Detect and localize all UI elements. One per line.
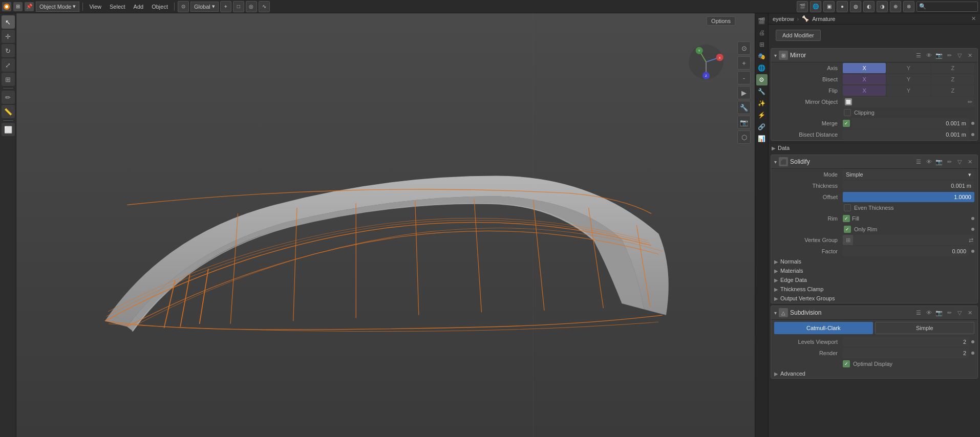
solidify-expand-icon[interactable]: ▽ bbox=[955, 157, 964, 166]
particles-properties-icon[interactable]: ✨ bbox=[756, 98, 768, 109]
viewport[interactable]: User Perspective (1) Char | eyebrow bbox=[16, 13, 755, 437]
shading-rendered-icon[interactable]: ◐ bbox=[863, 1, 875, 12]
toggle-toolbar-btn[interactable]: 🔧 bbox=[737, 101, 751, 114]
pin-icon[interactable]: 📌 bbox=[25, 2, 34, 11]
modifier-properties-icon[interactable]: 🔧 bbox=[756, 86, 768, 97]
object-mode-selector[interactable]: Object Mode ▾ bbox=[36, 2, 79, 12]
shading-material-icon[interactable]: ◍ bbox=[850, 1, 861, 12]
output-properties-icon[interactable]: 🖨 bbox=[756, 27, 768, 38]
factor-dot[interactable] bbox=[971, 250, 974, 253]
annotate-tool-btn[interactable]: ✏ bbox=[2, 91, 15, 104]
scale-tool-btn[interactable]: ⤢ bbox=[2, 58, 15, 72]
camera-btn[interactable]: 📷 bbox=[737, 116, 751, 129]
flip-y-btn[interactable]: Y bbox=[887, 85, 930, 96]
only-rim-dot[interactable] bbox=[971, 228, 974, 231]
axis-x-btn[interactable]: X bbox=[843, 63, 886, 73]
add-modifier-btn[interactable]: Add Modifier bbox=[776, 30, 821, 41]
thickness-clamp-section-header[interactable]: ▶ Thickness Clamp bbox=[771, 285, 977, 294]
render-icon[interactable]: 📷 bbox=[934, 51, 944, 60]
nav-gizmo[interactable]: X Y Z bbox=[686, 41, 727, 82]
overlay-icon[interactable]: ⊕ bbox=[890, 1, 901, 12]
merge-checkbox[interactable]: ✓ bbox=[843, 120, 850, 127]
flip-z-btn[interactable]: Z bbox=[931, 85, 974, 96]
shading-eevee-icon[interactable]: ◑ bbox=[877, 1, 888, 12]
solidify-filter-icon[interactable]: ☰ bbox=[914, 157, 923, 166]
axis-y-btn[interactable]: Y bbox=[887, 63, 930, 73]
expand-icon[interactable]: ▽ bbox=[955, 51, 964, 60]
vertex-group-arrows[interactable]: ⇄ bbox=[969, 237, 974, 244]
options-btn[interactable]: Options bbox=[707, 16, 735, 26]
toggle-sidebar-btn[interactable]: ▶ bbox=[737, 86, 751, 99]
bisect-z-btn[interactable]: Z bbox=[931, 74, 974, 84]
bisect-y-btn[interactable]: Y bbox=[887, 74, 930, 84]
rotate-tool-btn[interactable]: ↻ bbox=[2, 44, 15, 57]
edge-data-section-header[interactable]: ▶ Edge Data bbox=[771, 275, 977, 285]
world-properties-icon[interactable]: 🌐 bbox=[756, 62, 768, 74]
scene-icon[interactable]: 🎬 bbox=[797, 1, 808, 12]
only-rim-checkbox[interactable]: ✓ bbox=[844, 226, 851, 233]
add-cube-tool-btn[interactable]: ⬜ bbox=[2, 123, 15, 136]
catmull-clark-btn[interactable]: Catmull-Clark bbox=[774, 322, 873, 334]
menu-object[interactable]: Object bbox=[148, 3, 171, 11]
snap-target-icon[interactable]: □ bbox=[233, 1, 244, 12]
menu-select[interactable]: Select bbox=[106, 3, 129, 11]
transform-pivot-icon[interactable]: ⊙ bbox=[178, 1, 189, 12]
levels-viewport-dot[interactable] bbox=[971, 340, 974, 343]
merge-dot[interactable] bbox=[971, 122, 974, 125]
wave-icon[interactable]: ∿ bbox=[259, 1, 270, 12]
data-section-header[interactable]: ▶ Data bbox=[769, 143, 980, 152]
optimal-display-checkbox[interactable]: ✓ bbox=[843, 360, 850, 367]
menu-view[interactable]: View bbox=[86, 3, 104, 11]
subd-realtime-icon[interactable]: 👁 bbox=[924, 308, 933, 317]
view-layer-properties-icon[interactable]: ⊞ bbox=[756, 39, 768, 50]
even-thickness-checkbox[interactable] bbox=[844, 204, 851, 211]
subd-expand-icon[interactable]: ▽ bbox=[955, 308, 964, 317]
simple-btn[interactable]: Simple bbox=[875, 322, 975, 334]
xray-icon[interactable]: ⊗ bbox=[903, 1, 914, 12]
close-modifier-icon[interactable]: ✕ bbox=[965, 51, 974, 60]
scene-properties-icon[interactable]: 🎭 bbox=[756, 51, 768, 62]
menu-add[interactable]: Add bbox=[131, 3, 147, 11]
object-properties-icon[interactable]: ⚙ bbox=[756, 74, 768, 85]
bisect-x-btn[interactable]: X bbox=[843, 74, 886, 84]
materials-section-header[interactable]: ▶ Materials bbox=[771, 266, 977, 275]
object-properties-icon[interactable]: ▣ bbox=[823, 1, 835, 12]
subd-close-icon[interactable]: ✕ bbox=[965, 308, 974, 317]
vertex-group-field[interactable]: ⊞ ⇄ bbox=[843, 235, 974, 245]
search-bar[interactable]: 🔍 bbox=[917, 2, 978, 12]
solidify-close-icon[interactable]: ✕ bbox=[965, 157, 974, 166]
close-breadcrumb-icon[interactable]: ✕ bbox=[971, 15, 976, 22]
solidify-thickness-field[interactable]: 0.001 m bbox=[843, 181, 974, 191]
render-properties-icon[interactable]: 🎬 bbox=[756, 15, 768, 27]
realtime-icon[interactable]: 👁 bbox=[924, 51, 933, 60]
world-icon[interactable]: 🌐 bbox=[810, 1, 821, 12]
edit-mode-icon[interactable]: ✏ bbox=[945, 51, 954, 60]
mirror-object-field[interactable]: ⬜ ✏ bbox=[843, 97, 974, 107]
clipping-checkbox[interactable] bbox=[844, 109, 851, 116]
shading-solid-icon[interactable]: ● bbox=[837, 1, 848, 12]
levels-viewport-field[interactable]: 2 bbox=[843, 337, 969, 347]
subd-edit-icon[interactable]: ✏ bbox=[945, 308, 954, 317]
edit-mirror-object-icon[interactable]: ✏ bbox=[968, 99, 972, 105]
solidify-edit-icon[interactable]: ✏ bbox=[945, 157, 954, 166]
transform-tool-btn[interactable]: ⊞ bbox=[2, 73, 15, 86]
merge-value-field[interactable]: 0.001 m bbox=[852, 118, 969, 128]
axis-z-btn[interactable]: Z bbox=[931, 63, 974, 73]
flip-x-btn[interactable]: X bbox=[843, 85, 886, 96]
shading-btn[interactable]: ⬡ bbox=[737, 130, 751, 144]
zoom-out-btn[interactable]: - bbox=[737, 71, 751, 84]
solidify-offset-field[interactable]: 1.0000 bbox=[843, 192, 974, 202]
output-vertex-groups-section-header[interactable]: ▶ Output Vertex Groups bbox=[771, 294, 977, 303]
zoom-in-btn[interactable]: + bbox=[737, 56, 751, 70]
constraints-properties-icon[interactable]: 🔗 bbox=[756, 121, 768, 133]
bisect-dist-dot[interactable] bbox=[971, 133, 974, 136]
factor-field[interactable]: 0.000 bbox=[843, 246, 969, 256]
subd-filter-icon[interactable]: ☰ bbox=[914, 308, 923, 317]
fill-checkbox[interactable]: ✓ bbox=[843, 215, 850, 222]
advanced-section-header[interactable]: ▶ Advanced bbox=[771, 369, 977, 378]
physics-properties-icon[interactable]: ⚡ bbox=[756, 110, 768, 121]
rim-dot[interactable] bbox=[971, 217, 974, 220]
editor-type-icon[interactable]: ⊞ bbox=[13, 2, 23, 11]
bisect-distance-field[interactable]: 0.001 m bbox=[843, 129, 969, 140]
move-tool-btn[interactable]: ✛ bbox=[2, 30, 15, 43]
